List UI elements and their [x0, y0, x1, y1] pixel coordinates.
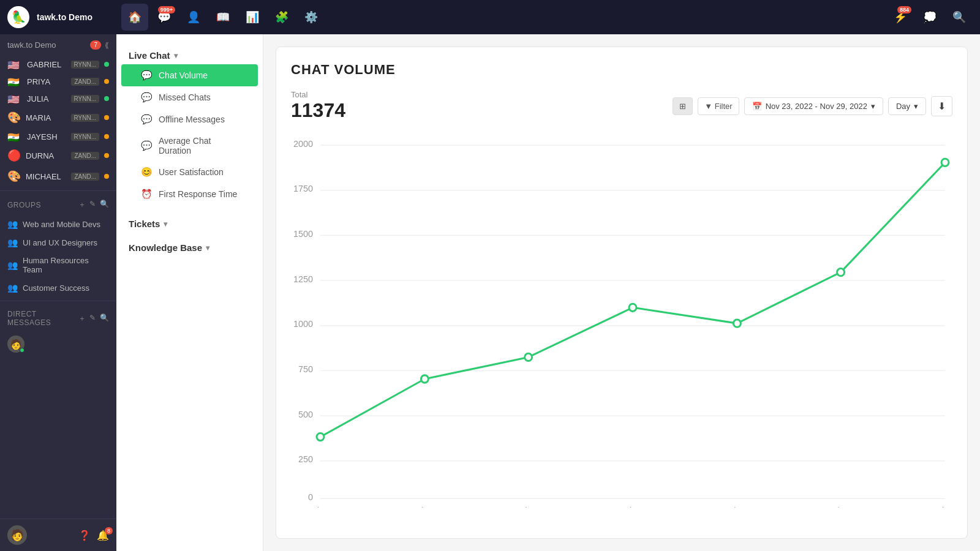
nav-chat-volume[interactable]: 💬 Chat Volume [121, 64, 258, 86]
nav-chat-btn[interactable]: 💬 999+ [151, 4, 178, 31]
notif-badge: 8 [105, 527, 113, 534]
collapse-icon[interactable]: ⟪ [105, 41, 109, 50]
user-durna[interactable]: 🔴 DURNA ZAND... [0, 145, 116, 166]
main-content: CHAT VOLUME Total 11374 ⊞ ▼ Filter 📅 Nov… [263, 34, 980, 551]
user-jayesh[interactable]: 🇮🇳 JAYESH RYNN... [0, 128, 116, 145]
toolbar-right: ⊞ ▼ Filter 📅 Nov 23, 2022 - Nov 29, 2022… [673, 96, 952, 116]
lightning-badge: 884 [897, 6, 911, 13]
user-gabriel[interactable]: 🇺🇸 GABRIEL RYNN... [0, 56, 116, 73]
jayesh-flag: 🇮🇳 [7, 132, 22, 141]
group-hr[interactable]: 👥 Human Resources Team [0, 252, 116, 279]
chart-total-area: Total 11374 [291, 90, 345, 122]
date-range-selector[interactable]: 📅 Nov 23, 2022 - Nov 29, 2022 ▾ [744, 97, 883, 115]
group-icon: 👥 [7, 283, 18, 293]
grid-view-btn[interactable]: ⊞ [673, 97, 693, 115]
knowledge-base-caret: ▾ [206, 244, 209, 252]
period-caret-icon: ▾ [914, 102, 918, 111]
julia-tag: RYNN... [71, 95, 100, 103]
group-icon: 👥 [7, 219, 18, 229]
chart-area: 2000 1750 1500 1250 1000 750 500 250 0 [291, 132, 952, 508]
period-text: Day [896, 102, 910, 111]
line-chart-svg: 2000 1750 1500 1250 1000 750 500 250 0 [291, 132, 952, 508]
nav-reports-btn[interactable]: 📊 [239, 4, 266, 31]
nav-avg-chat-duration[interactable]: 💬 Average Chat Duration [121, 130, 258, 161]
chart-container: CHAT VOLUME Total 11374 ⊞ ▼ Filter 📅 Nov… [276, 47, 968, 539]
groups-actions: ＋ ✎ 🔍 [78, 200, 110, 210]
julia-flag: 🇺🇸 [7, 94, 22, 103]
michael-tag: ZAND... [71, 173, 99, 181]
dm-actions: ＋ ✎ 🔍 [78, 313, 110, 324]
maria-flag: 🎨 [7, 111, 21, 124]
lightning-btn[interactable]: ⚡ 884 [887, 4, 914, 31]
search-btn[interactable]: 🔍 [946, 4, 973, 31]
user-avatar[interactable]: 🧑 [7, 525, 27, 545]
nav-missed-chats[interactable]: 💬 Missed Chats [121, 86, 258, 108]
dm-section-header: Direct Messages ＋ ✎ 🔍 [0, 305, 116, 332]
priya-tag: ZAND... [71, 78, 99, 86]
app-logo: 🦜 [7, 6, 29, 28]
tickets-caret: ▾ [164, 220, 167, 228]
group-customer-success[interactable]: 👥 Customer Success [0, 279, 116, 297]
nav-first-response-time[interactable]: ⏰ First Response Time [121, 183, 258, 205]
svg-text:750: 750 [298, 364, 313, 374]
svg-text:27/Nov: 27/Nov [723, 506, 752, 508]
data-point-3 [629, 304, 636, 311]
search-groups-icon[interactable]: 🔍 [100, 200, 110, 210]
dm-avatar: 🧑 [7, 335, 24, 353]
group-ui-ux[interactable]: 👥 UI and UX Designers [0, 233, 116, 252]
knowledge-base-section[interactable]: Knowledge Base ▾ [116, 236, 263, 257]
nav-home-btn[interactable]: 🏠 [121, 4, 148, 31]
period-selector[interactable]: Day ▾ [888, 97, 926, 115]
group-name: Human Resources Team [23, 256, 109, 274]
dm-user-item[interactable]: 🧑 [0, 332, 116, 356]
edit-groups-icon[interactable]: ✎ [89, 200, 96, 210]
michael-name: MICHAEL [26, 172, 66, 181]
nav-user-satisfaction[interactable]: 😊 User Satisfaction [121, 161, 258, 183]
tickets-section[interactable]: Tickets ▾ [116, 212, 263, 233]
nav-knowledge-btn[interactable]: 📖 [209, 4, 236, 31]
user-michael[interactable]: 🎨 MICHAEL ZAND... [0, 166, 116, 187]
priya-flag: 🇮🇳 [7, 77, 22, 86]
filter-btn[interactable]: ▼ Filter [698, 97, 739, 115]
gabriel-flag: 🇺🇸 [7, 59, 22, 69]
svg-text:1000: 1000 [293, 319, 313, 329]
gabriel-tag: RYNN... [71, 61, 100, 69]
nav-integrations-btn[interactable]: 🧩 [268, 4, 295, 31]
add-dm-icon[interactable]: ＋ [78, 313, 86, 324]
offline-messages-icon: 💬 [141, 114, 153, 125]
help-icon-btn[interactable]: ❓ [78, 530, 91, 541]
add-group-icon[interactable]: ＋ [78, 200, 86, 210]
edit-dm-icon[interactable]: ✎ [89, 313, 96, 324]
data-point-5 [837, 268, 845, 276]
footer-icon-group: ❓ 🔔 8 [78, 530, 109, 541]
total-badge: 7 [90, 40, 101, 50]
maria-status [104, 115, 109, 120]
response-time-icon: ⏰ [141, 189, 153, 200]
notifications-icon-btn[interactable]: 🔔 8 [97, 530, 109, 541]
download-btn[interactable]: ⬇ [931, 96, 952, 116]
nav-contacts-btn[interactable]: 👤 [180, 4, 207, 31]
jayesh-tag: RYNN... [71, 133, 100, 141]
group-web-mobile[interactable]: 👥 Web and Mobile Devs [0, 215, 116, 233]
group-icon: 👥 [7, 238, 18, 247]
user-maria[interactable]: 🎨 MARIA RYNN... [0, 107, 116, 128]
data-point-6 [941, 159, 949, 166]
group-name: UI and UX Designers [23, 238, 97, 247]
data-point-2 [525, 353, 532, 361]
svg-text:250: 250 [298, 454, 313, 464]
maria-name: MARIA [26, 113, 66, 122]
group-icon: 👥 [7, 260, 18, 270]
nav-settings-btn[interactable]: ⚙️ [298, 4, 325, 31]
speech-btn[interactable]: 💭 [916, 4, 943, 31]
user-priya[interactable]: 🇮🇳 PRIYA ZAND... [0, 73, 116, 90]
total-label: Total [291, 90, 345, 99]
live-chat-section[interactable]: Live Chat ▾ [116, 44, 263, 64]
jayesh-status [104, 134, 109, 139]
calendar-icon: 📅 [752, 102, 762, 111]
nav-sidebar: Live Chat ▾ 💬 Chat Volume 💬 Missed Chats… [116, 34, 263, 551]
search-dm-icon[interactable]: 🔍 [100, 313, 110, 324]
priya-status [104, 79, 109, 84]
durna-tag: ZAND... [71, 152, 99, 160]
user-julia[interactable]: 🇺🇸 JULIA RYNN... [0, 90, 116, 107]
nav-offline-messages[interactable]: 💬 Offline Messages [121, 108, 258, 130]
